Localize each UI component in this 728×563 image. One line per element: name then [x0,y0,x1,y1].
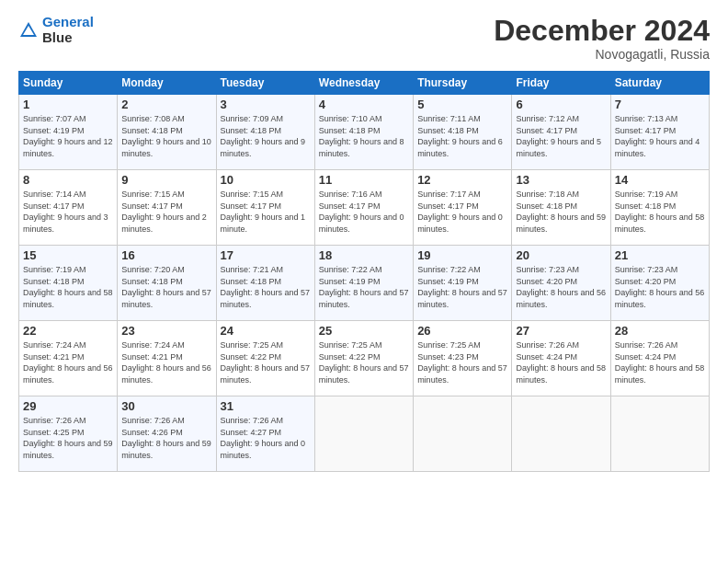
table-cell: 4Sunrise: 7:10 AMSunset: 4:18 PMDaylight… [314,95,413,170]
main-container: General Blue December 2024 Novogagatli, … [0,0,728,481]
table-cell: 21Sunrise: 7:23 AMSunset: 4:20 PMDayligh… [610,246,709,321]
day-number: 9 [121,173,211,187]
table-cell: 26Sunrise: 7:25 AMSunset: 4:23 PMDayligh… [414,321,512,396]
day-info: Sunrise: 7:10 AMSunset: 4:18 PMDaylight:… [319,113,409,159]
day-number: 7 [615,98,705,111]
table-cell: 11Sunrise: 7:16 AMSunset: 4:17 PMDayligh… [314,170,413,246]
table-cell: 15Sunrise: 7:19 AMSunset: 4:18 PMDayligh… [19,246,118,321]
logo-icon [18,20,39,40]
month-title: December 2024 [494,15,710,47]
table-cell: 9Sunrise: 7:15 AMSunset: 4:17 PMDaylight… [118,170,216,246]
day-number: 21 [615,248,705,262]
day-info: Sunrise: 7:15 AMSunset: 4:17 PMDaylight:… [121,189,211,235]
day-info: Sunrise: 7:08 AMSunset: 4:18 PMDaylight:… [121,113,211,159]
table-cell [610,396,709,472]
day-info: Sunrise: 7:16 AMSunset: 4:17 PMDaylight:… [319,189,409,235]
day-number: 10 [221,173,311,187]
day-number: 31 [221,399,311,413]
day-number: 11 [319,173,409,187]
day-number: 18 [319,248,409,262]
col-monday: Monday [118,72,216,95]
day-info: Sunrise: 7:25 AMSunset: 4:22 PMDaylight:… [221,339,311,385]
header: General Blue December 2024 Novogagatli, … [18,15,710,62]
day-info: Sunrise: 7:24 AMSunset: 4:21 PMDaylight:… [121,339,211,385]
day-info: Sunrise: 7:14 AMSunset: 4:17 PMDaylight:… [23,189,113,235]
day-number: 6 [516,98,606,111]
day-info: Sunrise: 7:09 AMSunset: 4:18 PMDaylight:… [221,113,311,159]
day-info: Sunrise: 7:26 AMSunset: 4:24 PMDaylight:… [516,339,606,385]
day-info: Sunrise: 7:13 AMSunset: 4:17 PMDaylight:… [615,113,705,159]
table-cell: 2Sunrise: 7:08 AMSunset: 4:18 PMDaylight… [118,95,216,170]
col-wednesday: Wednesday [314,72,413,95]
location: Novogagatli, Russia [494,47,710,62]
logo: General Blue [18,15,94,45]
col-sunday: Sunday [19,72,118,95]
day-info: Sunrise: 7:24 AMSunset: 4:21 PMDaylight:… [23,339,113,385]
day-number: 27 [516,324,606,338]
day-info: Sunrise: 7:26 AMSunset: 4:26 PMDaylight:… [121,415,211,461]
table-cell: 13Sunrise: 7:18 AMSunset: 4:18 PMDayligh… [512,170,610,246]
table-cell: 7Sunrise: 7:13 AMSunset: 4:17 PMDaylight… [610,95,709,170]
title-block: December 2024 Novogagatli, Russia [494,15,710,62]
day-number: 22 [23,324,113,338]
col-saturday: Saturday [610,72,709,95]
day-info: Sunrise: 7:22 AMSunset: 4:19 PMDaylight:… [319,264,409,310]
table-cell: 22Sunrise: 7:24 AMSunset: 4:21 PMDayligh… [19,321,118,396]
day-info: Sunrise: 7:26 AMSunset: 4:27 PMDaylight:… [221,415,311,461]
table-cell: 19Sunrise: 7:22 AMSunset: 4:19 PMDayligh… [414,246,512,321]
table-cell: 23Sunrise: 7:24 AMSunset: 4:21 PMDayligh… [118,321,216,396]
table-cell: 24Sunrise: 7:25 AMSunset: 4:22 PMDayligh… [216,321,314,396]
day-number: 4 [319,98,409,111]
calendar-table: Sunday Monday Tuesday Wednesday Thursday… [18,71,710,472]
table-cell [314,396,413,472]
day-info: Sunrise: 7:23 AMSunset: 4:20 PMDaylight:… [615,264,705,310]
table-cell: 16Sunrise: 7:20 AMSunset: 4:18 PMDayligh… [118,246,216,321]
day-number: 20 [516,248,606,262]
table-cell: 27Sunrise: 7:26 AMSunset: 4:24 PMDayligh… [512,321,610,396]
day-number: 19 [417,248,507,262]
day-number: 15 [23,248,113,262]
table-cell [414,396,512,472]
day-number: 14 [615,173,705,187]
day-info: Sunrise: 7:15 AMSunset: 4:17 PMDaylight:… [221,189,311,235]
table-cell: 31Sunrise: 7:26 AMSunset: 4:27 PMDayligh… [216,396,314,472]
day-info: Sunrise: 7:23 AMSunset: 4:20 PMDaylight:… [516,264,606,310]
table-cell: 30Sunrise: 7:26 AMSunset: 4:26 PMDayligh… [118,396,216,472]
day-number: 12 [417,173,507,187]
logo-line2: Blue [42,30,94,46]
day-number: 1 [23,98,113,111]
day-info: Sunrise: 7:11 AMSunset: 4:18 PMDaylight:… [417,113,507,159]
day-info: Sunrise: 7:19 AMSunset: 4:18 PMDaylight:… [23,264,113,310]
table-cell: 12Sunrise: 7:17 AMSunset: 4:17 PMDayligh… [414,170,512,246]
day-info: Sunrise: 7:26 AMSunset: 4:24 PMDaylight:… [615,339,705,385]
table-cell: 20Sunrise: 7:23 AMSunset: 4:20 PMDayligh… [512,246,610,321]
table-cell: 6Sunrise: 7:12 AMSunset: 4:17 PMDaylight… [512,95,610,170]
day-info: Sunrise: 7:21 AMSunset: 4:18 PMDaylight:… [221,264,311,310]
header-row: Sunday Monday Tuesday Wednesday Thursday… [19,72,710,95]
day-info: Sunrise: 7:26 AMSunset: 4:25 PMDaylight:… [23,415,113,461]
day-number: 3 [221,98,311,111]
col-friday: Friday [512,72,610,95]
table-cell: 28Sunrise: 7:26 AMSunset: 4:24 PMDayligh… [610,321,709,396]
day-info: Sunrise: 7:25 AMSunset: 4:22 PMDaylight:… [319,339,409,385]
table-cell: 18Sunrise: 7:22 AMSunset: 4:19 PMDayligh… [314,246,413,321]
day-info: Sunrise: 7:17 AMSunset: 4:17 PMDaylight:… [417,189,507,235]
table-cell: 8Sunrise: 7:14 AMSunset: 4:17 PMDaylight… [19,170,118,246]
day-info: Sunrise: 7:07 AMSunset: 4:19 PMDaylight:… [23,113,113,159]
table-cell: 3Sunrise: 7:09 AMSunset: 4:18 PMDaylight… [216,95,314,170]
logo-line1: General [42,14,94,29]
logo-text: General Blue [42,15,94,45]
table-cell: 10Sunrise: 7:15 AMSunset: 4:17 PMDayligh… [216,170,314,246]
day-info: Sunrise: 7:12 AMSunset: 4:17 PMDaylight:… [516,113,606,159]
col-thursday: Thursday [414,72,512,95]
table-cell: 29Sunrise: 7:26 AMSunset: 4:25 PMDayligh… [19,396,118,472]
day-info: Sunrise: 7:18 AMSunset: 4:18 PMDaylight:… [516,189,606,235]
day-number: 28 [615,324,705,338]
day-info: Sunrise: 7:19 AMSunset: 4:18 PMDaylight:… [615,189,705,235]
table-cell [512,396,610,472]
col-tuesday: Tuesday [216,72,314,95]
day-number: 23 [121,324,211,338]
day-number: 13 [516,173,606,187]
day-number: 2 [121,98,211,111]
day-info: Sunrise: 7:25 AMSunset: 4:23 PMDaylight:… [417,339,507,385]
